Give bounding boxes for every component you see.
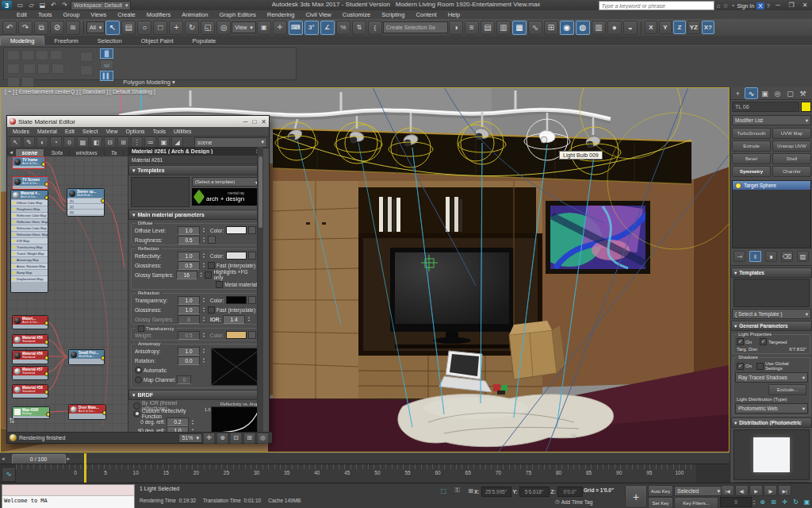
put-to-library-icon[interactable]: ◐ — [36, 137, 48, 148]
select-and-scale-icon[interactable]: ◱ — [201, 21, 215, 35]
select-by-name-icon[interactable]: ▤ — [121, 21, 136, 35]
user-icon[interactable]: ◔ — [731, 2, 735, 10]
pick-material-icon[interactable]: ✎ — [23, 137, 35, 148]
select-and-manipulate-icon[interactable]: ✛ — [273, 21, 287, 35]
zoom-icon[interactable]: ⊕ — [757, 498, 768, 507]
targeted-checkbox[interactable] — [760, 338, 767, 345]
x-coordinate-field[interactable]: 25'5.995" — [481, 487, 511, 497]
tab-scroll-left-icon[interactable]: ◂ — [7, 148, 16, 156]
search-community-icon[interactable]: ⌂ — [717, 2, 721, 10]
map-slot[interactable]: Reflection Color Map — [11, 212, 48, 218]
reference-coordinate-dropdown[interactable]: View▾ — [232, 21, 256, 33]
ribbon-tab[interactable]: Populate — [183, 37, 226, 45]
material-node[interactable]: TV frameArch & De... — [12, 156, 45, 169]
menu-item[interactable]: Group — [57, 11, 85, 18]
slate-menu-item[interactable]: Options — [122, 129, 149, 134]
material-node[interactable]: Material #57Standard — [12, 366, 48, 380]
remove-modifier-icon[interactable]: ⌫ — [781, 251, 793, 262]
maximize-viewport-icon[interactable]: ▣ — [802, 498, 812, 507]
material-node[interactable]: Material #56Standard — [12, 350, 48, 364]
y-coordinate-field[interactable]: 5'6.618" — [519, 487, 550, 497]
restore-button[interactable]: ❐ — [786, 2, 797, 10]
modify-tab[interactable]: ∿ — [745, 87, 758, 99]
translucency-map-button[interactable] — [248, 331, 256, 339]
close-button[interactable]: ✕ — [799, 2, 810, 10]
material-node[interactable]: Materi...Arch & De... — [12, 315, 48, 329]
exclude-button[interactable]: Exclude... — [768, 384, 806, 395]
map-slot[interactable]: Transl. Weight Map — [11, 250, 48, 256]
axis-constraint-button[interactable]: Z — [673, 21, 686, 34]
custom-reflectivity-radio[interactable] — [133, 410, 140, 418]
transform-gizmo-button[interactable]: + — [625, 485, 647, 508]
motion-tab[interactable]: ◎ — [772, 88, 783, 98]
node-list-icon[interactable]: ≔ — [144, 137, 156, 148]
spinner-snap-icon[interactable]: ⇅ — [352, 21, 366, 35]
main-parameters-rollout[interactable]: ▾Main material parameters — [128, 210, 263, 220]
map-slot[interactable]: Diffuse Color Map — [11, 199, 48, 206]
slate-menu-item[interactable]: Tools — [149, 129, 170, 134]
template-list[interactable] — [131, 177, 190, 207]
general-parameters-rollout[interactable]: ▾General Parameters — [731, 321, 812, 331]
minimize-button[interactable]: ─ — [772, 2, 783, 10]
snaps-toggle-icon[interactable]: 3° — [304, 21, 319, 35]
axis-constraint-button[interactable]: X? — [702, 21, 714, 34]
slate-view-tab[interactable]: Ta — [105, 149, 124, 156]
menu-item[interactable]: Civil View — [300, 11, 336, 18]
go-to-end-icon[interactable]: ▶| — [778, 485, 791, 496]
rendered-frame-icon[interactable]: ▥ — [592, 21, 606, 35]
percent-snap-icon[interactable]: % — [336, 21, 350, 35]
hierarchy-tab[interactable]: ▣ — [759, 88, 771, 98]
configure-modifier-sets-icon[interactable]: ▨ — [797, 251, 809, 262]
sub-material-slot[interactable]: (1) — [67, 198, 104, 203]
metal-material-checkbox[interactable] — [216, 281, 223, 288]
track-bar[interactable]: ∿ 05101520253035404550556065707580859095… — [0, 464, 730, 483]
layout-all-icon[interactable]: ⊞ — [117, 137, 129, 148]
cmd-template-list[interactable] — [733, 279, 810, 307]
slate-zoom-selected-icon[interactable]: ◎ — [257, 433, 269, 444]
menu-item[interactable]: Content — [410, 11, 442, 18]
slate-menu-item[interactable]: Modes — [9, 129, 33, 134]
refraction-glossiness-spinner[interactable]: 1.0 — [178, 306, 200, 314]
open-file-icon[interactable]: ▱ — [26, 1, 36, 10]
slate-menu-item[interactable]: Select — [79, 129, 102, 134]
layout-vertical-icon[interactable]: ⊟ — [104, 137, 116, 148]
modifier-button[interactable]: Symmetry — [732, 166, 771, 177]
render-production-icon[interactable]: ● — [607, 21, 622, 35]
menu-item[interactable]: Modifiers — [141, 11, 176, 18]
slate-close-icon[interactable]: ✕ — [261, 118, 266, 125]
graph-pan-icon[interactable]: ⇅ — [9, 417, 15, 425]
current-frame-field[interactable]: 0 — [720, 497, 752, 507]
map-slot[interactable]: Translucency Map — [11, 244, 48, 250]
options-icon[interactable]: ⋮ — [131, 137, 143, 148]
redo-icon[interactable]: ↷ — [18, 21, 33, 35]
menu-item[interactable]: Rendering — [262, 11, 301, 18]
ribbon-tab[interactable]: Object Paint — [132, 37, 183, 45]
sign-in-button[interactable]: Sign In — [737, 3, 754, 9]
transparency-spinner[interactable]: 1.0 — [178, 296, 200, 305]
show-end-result-icon[interactable]: ‖ — [749, 251, 761, 262]
modifier-button[interactable]: Chamfer — [772, 166, 811, 177]
slate-zoom-icon[interactable]: ⊕ — [216, 433, 228, 444]
map-slot[interactable]: Refraction Color Map — [11, 225, 48, 231]
ribbon-tab[interactable]: Selection — [88, 37, 132, 45]
orbit-icon[interactable]: ↻ — [791, 498, 801, 507]
modifier-button[interactable]: Extrude — [732, 140, 771, 152]
glossy-samples-spinner[interactable]: 16 — [176, 271, 197, 279]
translucency-color-swatch[interactable] — [226, 331, 247, 339]
map-slot[interactable]: Roughness Map — [11, 206, 48, 212]
translucency-checkbox[interactable] — [138, 325, 144, 332]
slate-view-tab[interactable]: Sofa — [44, 149, 69, 156]
schematic-view-icon[interactable]: ⊞ — [544, 21, 558, 35]
ribbon-toggle-icon[interactable]: ▦ — [512, 21, 527, 35]
previous-frame-arrow[interactable]: ◂ — [0, 456, 6, 462]
align-icon[interactable]: ≡ — [465, 21, 479, 35]
use-pivot-center-icon[interactable]: ▣ — [257, 21, 271, 35]
roughness-spinner[interactable]: 0.5 — [178, 236, 200, 244]
refraction-color-swatch[interactable] — [226, 296, 247, 304]
play-icon[interactable]: ▶ — [749, 485, 763, 496]
cmd-template-select[interactable]: ( Select a Template )▾ — [732, 309, 811, 319]
diffuse-level-spinner[interactable]: 1.0 — [178, 226, 200, 235]
menu-item[interactable]: Animation — [176, 11, 213, 18]
pan-view-icon[interactable]: ✛ — [779, 498, 790, 507]
add-time-tag[interactable]: ◷Add Time Tag — [555, 498, 592, 505]
